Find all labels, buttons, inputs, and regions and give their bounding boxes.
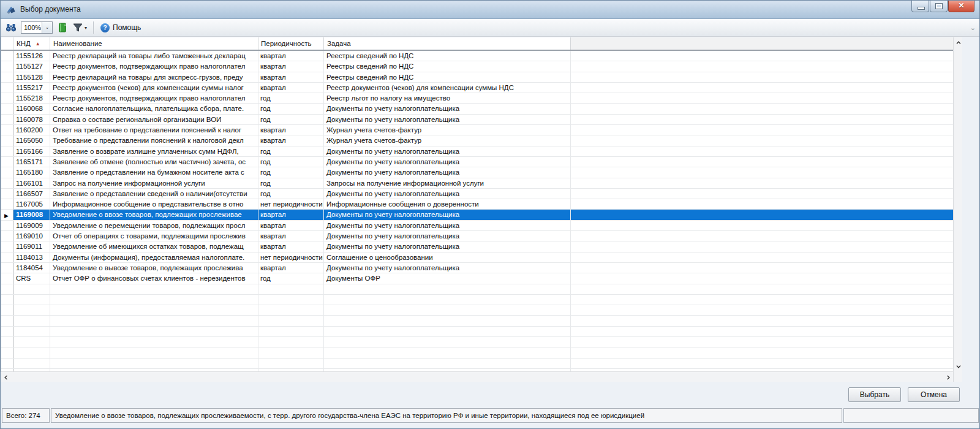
row-selector-cell (1, 135, 13, 145)
cell-knd: 1160078 (13, 115, 50, 124)
table-row[interactable]: 1160078Справка о составе региональной ор… (1, 115, 953, 125)
cell-name: Заявление о представлении на бумажном но… (50, 167, 258, 177)
cell-period: год (258, 104, 324, 113)
cancel-button[interactable]: Отмена (908, 387, 960, 402)
grid-header: КНД▲ Наименование Периодичность Задача (1, 37, 953, 51)
row-selector-cell (1, 157, 13, 167)
row-selector-cell (1, 146, 13, 156)
grid-body: 1155126Реестр деклараций на товары либо … (1, 51, 953, 371)
cell-knd: 1165180 (13, 167, 50, 177)
row-selector-cell (1, 337, 13, 347)
empty-row (1, 316, 953, 326)
select-button[interactable]: Выбрать (848, 387, 901, 402)
zoom-combobox[interactable]: 100% ⌄ (21, 21, 53, 34)
cell-name: Отчет ОФР о финансовых счетах клиентов -… (50, 273, 258, 283)
maximize-button[interactable] (930, 1, 948, 12)
cell-filler (571, 241, 953, 251)
column-header-task[interactable]: Задача (324, 37, 571, 50)
table-row[interactable]: 1169011Уведомление об имеющихся остатках… (1, 241, 953, 252)
status-empty-panel (843, 408, 979, 423)
cell-name: Информационное сообщение о представитель… (50, 199, 258, 209)
table-row[interactable]: 1166507Заявление о представлении сведени… (1, 189, 953, 199)
cell-knd: 1166507 (13, 189, 50, 199)
table-row[interactable]: 1155217Реестр документов (чеков) для ком… (1, 83, 953, 93)
table-row[interactable]: 1160068Согласие налогоплательщика, плате… (1, 104, 953, 114)
cell-knd: 1165171 (13, 157, 50, 167)
filter-dropdown-arrow: ▾ (85, 25, 87, 31)
cell-name: Справка о составе региональной организац… (50, 115, 258, 124)
row-selector-cell (1, 231, 13, 241)
cell-knd: 1169010 (13, 231, 50, 241)
scroll-down-icon[interactable] (954, 362, 963, 371)
filter-icon (72, 22, 83, 33)
cell-knd: 1155218 (13, 93, 50, 103)
table-row[interactable]: 1165050Требование о представлении поясне… (1, 135, 953, 146)
minimize-button[interactable] (911, 1, 929, 12)
table-row[interactable]: 1155128Реестр деклараций на товары для э… (1, 72, 953, 83)
selected-document-description: Уведомление о ввозе товаров, подлежащих … (51, 408, 842, 423)
zoom-dropdown-arrow[interactable]: ⌄ (42, 22, 52, 33)
cell-filler (571, 51, 953, 61)
table-row[interactable]: 1169010Отчет об операциях с товарами, по… (1, 231, 953, 241)
cell-filler (571, 83, 953, 93)
vertical-scrollbar[interactable] (953, 37, 962, 382)
cell-task: Реестры сведений по НДС (324, 61, 571, 71)
cell-period: год (258, 157, 324, 167)
cell-task: Документы по учету налогоплательщика (324, 210, 571, 219)
row-selector-cell (1, 189, 13, 199)
cell-name: Требование о представлении пояснений к н… (50, 135, 258, 145)
cell-name: Заявление о возврате излишне уплаченных … (50, 146, 258, 156)
table-row[interactable]: 1155127Реестр документов, подтверждающих… (1, 61, 953, 72)
cell-name: Уведомление о вывозе товаров, подлежащих… (50, 263, 258, 273)
cell-name (50, 347, 258, 357)
table-row[interactable]: 1165180Заявление о представлении на бума… (1, 167, 953, 178)
cell-filler (571, 72, 953, 82)
cell-knd: 1160200 (13, 125, 50, 135)
table-row[interactable]: 1155126Реестр деклараций на товары либо … (1, 51, 953, 61)
table-row[interactable]: ▶1169008Уведомление о ввозе товаров, под… (1, 210, 953, 220)
close-button[interactable]: ✕ (948, 1, 974, 12)
table-row[interactable]: 1184054Уведомление о вывозе товаров, под… (1, 263, 953, 273)
column-header-period[interactable]: Периодичность (258, 37, 324, 50)
row-selector-cell (1, 284, 13, 294)
cell-name (50, 359, 258, 368)
row-selector-cell (1, 263, 13, 273)
toolbar-overflow-icon[interactable]: ⌄ (970, 24, 976, 32)
column-header-knd[interactable]: КНД▲ (13, 37, 50, 50)
table-row[interactable]: 1165171Заявление об отмене (полностью ил… (1, 157, 953, 167)
table-row[interactable]: 1166101Запрос на получение информационно… (1, 178, 953, 189)
scroll-up-icon[interactable] (954, 38, 963, 47)
cell-period: нет периодичности (258, 252, 324, 262)
table-row[interactable]: 1169009Уведомление о перемещении товаров… (1, 221, 953, 231)
help-button[interactable]: ? Помощь (100, 23, 141, 32)
row-selector-cell (1, 295, 13, 305)
row-selector-cell (1, 221, 13, 230)
cell-task (324, 359, 571, 368)
scroll-right-icon[interactable] (943, 373, 952, 382)
cell-filler (571, 157, 953, 167)
table-row[interactable]: 1155218Реестр документов, подтверждающих… (1, 93, 953, 104)
table-row[interactable]: 1184013Документы (информация), предостав… (1, 252, 953, 263)
row-selector-cell (1, 273, 13, 283)
documents-grid: КНД▲ Наименование Периодичность Задача 1… (1, 37, 953, 371)
cell-filler (571, 347, 953, 357)
cell-knd (13, 295, 50, 305)
row-selector-cell (1, 316, 13, 325)
catalog-book-icon[interactable] (57, 22, 68, 33)
search-icon[interactable] (6, 22, 17, 33)
scroll-left-icon[interactable] (1, 373, 10, 382)
filter-control[interactable]: ▾ (72, 22, 87, 33)
cell-task: Документы по учету налогоплательщика (324, 104, 571, 113)
close-icon: ✕ (949, 1, 974, 10)
table-row[interactable]: 1165166Заявление о возврате излишне упла… (1, 146, 953, 157)
table-row[interactable]: 1160200Ответ на требование о представлен… (1, 125, 953, 135)
cell-period: год (258, 178, 324, 188)
cell-period: год (258, 189, 324, 199)
column-header-name[interactable]: Наименование (50, 37, 258, 50)
table-row[interactable]: CRSОтчет ОФР о финансовых счетах клиенто… (1, 273, 953, 284)
horizontal-scrollbar[interactable] (1, 371, 953, 382)
table-row[interactable]: 1167005Информационное сообщение о предст… (1, 199, 953, 210)
sort-asc-icon: ▲ (36, 41, 40, 47)
cell-name: Реестр документов (чеков) для компенсаци… (50, 83, 258, 93)
cell-period: год (258, 273, 324, 283)
